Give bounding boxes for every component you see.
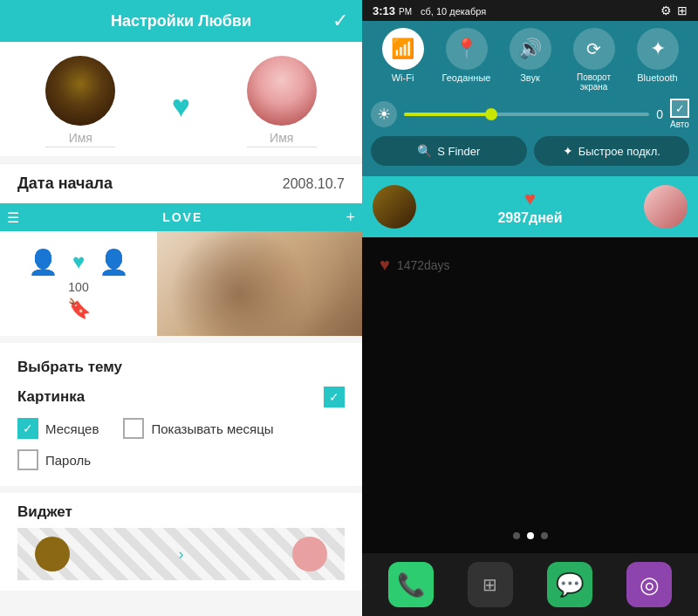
auto-check: ✓ [670, 99, 689, 118]
plus-icon[interactable]: + [346, 209, 355, 227]
love-stats: 👤 ♥ 👤 100 🔖 [0, 231, 157, 336]
rotate-icon: ⟳ [586, 38, 601, 59]
date-label: Дата начала [17, 175, 113, 193]
status-bar: 3:13 PM сб, 10 декабря ⚙ ⊞ [362, 0, 698, 21]
profile-name-right[interactable]: Имя [247, 131, 317, 147]
toggle-geo[interactable]: 📍 Геоданные [441, 28, 493, 92]
bluetooth-icon: ✦ [650, 38, 666, 60]
geo-label: Геоданные [442, 72, 491, 83]
avatar-right[interactable] [247, 56, 317, 126]
page-title: Настройки Любви [111, 12, 251, 31]
brightness-dot [485, 108, 497, 120]
wn-avatar-right [644, 185, 688, 229]
bookmark-icon: 🔖 [67, 298, 91, 320]
show-months-checkbox[interactable] [123, 418, 144, 439]
menu-icon[interactable]: ☰ [7, 209, 19, 226]
widget-notification: ♥ 2987дней [362, 176, 698, 237]
wifi-icon: 📶 [391, 38, 414, 60]
settings-icon[interactable]: ⚙ [660, 3, 672, 17]
love-content: 👤 ♥ 👤 100 🔖 [0, 231, 362, 336]
brightness-icon: ☀ [371, 101, 397, 127]
love-bar: ☰ LOVE + [0, 203, 362, 231]
brightness-row: ☀ 0 ✓ Авто [371, 99, 689, 129]
dock-messages-button[interactable]: 💬 [547, 562, 592, 607]
widget-avatar-right [292, 537, 327, 572]
s-finder-button[interactable]: 🔍 S Finder [371, 136, 527, 166]
widget-section: Виджет › [0, 493, 362, 591]
settings-section: Выбрать тему Картинка ✓ ✓ Месяцев Показы… [0, 343, 362, 486]
rotate-icon-circle: ⟳ [573, 28, 615, 70]
love-image [157, 231, 362, 336]
quick-connect-label: Быстрое подкл. [578, 145, 660, 158]
months-checkbox[interactable]: ✓ [17, 418, 38, 439]
toggle-sound[interactable]: 🔊 Звук [504, 28, 557, 92]
toggle-bluetooth[interactable]: ✦ Bluetooth [632, 28, 684, 92]
auto-checkbox[interactable]: ✓ Авто [670, 99, 689, 129]
quick-settings-panel: 📶 Wi-Fi 📍 Геоданные 🔊 Звук ⟳ П [362, 21, 698, 176]
status-time: 3:13 [373, 4, 395, 17]
love-heart-icon: ♥ [72, 250, 85, 274]
wn-days-count: 2987дней [497, 210, 562, 226]
left-header: Настройки Любви ✓ [0, 0, 362, 42]
phone-icon: 📞 [397, 572, 425, 599]
auto-label: Авто [670, 120, 689, 129]
heart-center-icon: ♥ [172, 88, 190, 125]
password-label: Пароль [45, 453, 91, 468]
theme-label: Выбрать тему [17, 359, 122, 376]
main-dark-area: ♥ 1472days [362, 237, 698, 553]
status-date: сб, 10 декабря [421, 6, 486, 17]
sound-label: Звук [520, 72, 540, 83]
date-value[interactable]: 2008.10.7 [283, 176, 345, 192]
apps-grid-icon: ⊞ [482, 574, 497, 595]
brightness-slider[interactable] [404, 113, 649, 116]
dock-apps-button[interactable]: ⊞ [468, 562, 513, 607]
dot-3 [541, 532, 548, 539]
password-checkbox[interactable] [17, 449, 38, 470]
wn-avatar-left [373, 185, 416, 229]
brightness-fill [404, 113, 489, 116]
picture-checkbox[interactable]: ✓ [324, 387, 345, 407]
avatar-left[interactable] [45, 56, 115, 126]
bluetooth-icon-circle: ✦ [637, 28, 679, 70]
small-widget: ♥ 1472days [362, 237, 698, 292]
profiles-section: Имя ♥ Имя [0, 42, 362, 156]
widget-preview: › [17, 528, 345, 580]
toggle-rotate[interactable]: ⟳ Поворот экрана [568, 28, 620, 92]
geo-icon: 📍 [455, 38, 478, 60]
sound-icon-circle: 🔊 [510, 28, 551, 70]
wn-heart-icon: ♥ [524, 188, 536, 210]
toggle-wifi[interactable]: 📶 Wi-Fi [377, 28, 429, 92]
widget-arrow-icon: › [179, 545, 184, 564]
dot-indicators [362, 525, 698, 546]
person-right-icon: 👤 [99, 248, 129, 277]
geo-icon-circle: 📍 [446, 28, 488, 70]
wn-center: ♥ 2987дней [497, 188, 562, 226]
dock-phone-button[interactable]: 📞 [388, 562, 434, 607]
password-row: Пароль [17, 444, 345, 476]
dock: 📞 ⊞ 💬 ◎ [362, 553, 698, 616]
messages-icon: 💬 [556, 572, 584, 599]
months-row: ✓ Месяцев Показывать месяцы [17, 413, 345, 444]
love-count: 100 [68, 280, 88, 294]
dot-1 [513, 532, 520, 539]
right-panel: 3:13 PM сб, 10 декабря ⚙ ⊞ 📶 Wi-Fi 📍 Гео… [362, 0, 698, 616]
s-finder-label: S Finder [437, 145, 480, 158]
dot-2 [527, 532, 534, 539]
camera-icon: ◎ [640, 572, 660, 599]
search-icon: 🔍 [417, 144, 432, 158]
show-months-label: Показывать месяцы [151, 421, 273, 436]
quick-connect-button[interactable]: ✦ Быстрое подкл. [534, 136, 690, 166]
person-left-icon: 👤 [28, 248, 58, 277]
months-label: Месяцев [45, 421, 99, 436]
sw-heart-icon: ♥ [380, 255, 390, 275]
status-ampm: PM [399, 7, 412, 17]
love-icons-row: 👤 ♥ 👤 [28, 248, 129, 277]
love-widget: ☰ LOVE + 👤 ♥ 👤 100 🔖 [0, 203, 362, 336]
grid-icon[interactable]: ⊞ [677, 3, 688, 17]
check-icon[interactable]: ✓ [332, 10, 348, 32]
finder-row: 🔍 S Finder ✦ Быстрое подкл. [371, 136, 689, 166]
dock-camera-button[interactable]: ◎ [626, 562, 672, 607]
widget-label: Виджет [17, 503, 345, 521]
profile-name-left[interactable]: Имя [45, 131, 115, 147]
date-row: Дата начала 2008.10.7 [0, 163, 362, 203]
